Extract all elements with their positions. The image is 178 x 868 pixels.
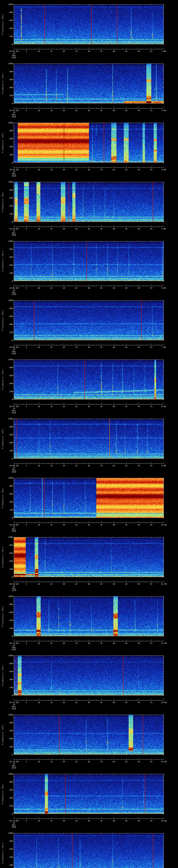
x-tick-label: 15 [48, 701, 55, 704]
x-tick-label: 30 [85, 465, 92, 467]
x-tick-label: 30 [85, 701, 92, 704]
x-tick-label: 15 [48, 346, 55, 348]
x-tick-label: 35 [98, 642, 105, 644]
spectrogram-panel: Frequency (Hz) 0200400600800100051015202… [0, 710, 178, 770]
y-tick-label: 800 [5, 130, 13, 132]
x-tick-label: 55 [148, 642, 155, 644]
y-tick-label: 200 [5, 450, 13, 452]
x-tick-label: 5 [23, 346, 30, 348]
x-tick-label: 50 [135, 405, 142, 408]
spectrogram-panel: Frequency (Hz) 0200400600800100051015202… [0, 0, 178, 59]
x-tick-label: 55 [148, 346, 155, 348]
x-tick-label: 55 [148, 50, 155, 53]
x-tick-label: 45 [123, 287, 130, 289]
y-tick-label: 200 [5, 391, 13, 393]
x-tick-label: 55 [148, 405, 155, 408]
x-tick-label: 20 [60, 465, 67, 467]
x-tick-label: 15 [48, 287, 55, 289]
y-tick-label: 400 [5, 619, 13, 621]
x-tick-label: 35 [98, 168, 105, 171]
x-tick-label: 45 [123, 820, 130, 822]
y-tick-label: 400 [5, 678, 13, 681]
y-tick-label: 1000 [5, 714, 13, 716]
x-tick-label: 5 [23, 50, 30, 53]
y-tick-label: 600 [5, 848, 13, 850]
x-tick-label: 15 [48, 583, 55, 585]
x-axis-end-time: 11:00 [158, 583, 169, 585]
x-tick-label: 25 [73, 583, 80, 585]
x-axis-date-line: 2016 [5, 767, 22, 769]
spectrogram-panel: Frequency (Hz) 0200400600800100051015202… [0, 592, 178, 651]
x-tick-label: 45 [123, 228, 130, 230]
x-tick-label: 30 [85, 524, 92, 526]
x-tick-label: 50 [135, 642, 142, 644]
x-axis-end-time: 14:00 [158, 761, 169, 763]
x-tick-label: 10 [35, 465, 42, 467]
y-tick-label: 600 [5, 493, 13, 495]
y-tick-label: 200 [5, 686, 13, 689]
y-tick-label: 800 [5, 722, 13, 724]
y-tick-label: 200 [5, 94, 13, 97]
x-axis-end-time: 5:00 [158, 228, 169, 230]
y-tick-label: 200 [5, 272, 13, 274]
x-tick-label: 10 [35, 583, 42, 585]
x-tick-label: 35 [98, 346, 105, 348]
x-tick-label: 15 [48, 465, 55, 467]
spectrogram-panel: Frequency (Hz) 0200400600800100051015202… [0, 473, 178, 533]
x-tick-label: 55 [148, 524, 155, 526]
x-tick-label: 55 [148, 228, 155, 230]
x-tick-label: 35 [98, 110, 105, 112]
y-axis-label: Frequency (Hz) [1, 4, 4, 44]
x-tick-label: 45 [123, 524, 130, 526]
x-tick-label: 30 [85, 642, 92, 644]
y-tick-label: 600 [5, 138, 13, 140]
y-axis-label: Frequency (Hz) [1, 655, 4, 695]
y-axis-label: Frequency (Hz) [1, 300, 4, 340]
x-tick-label: 40 [110, 524, 117, 526]
y-tick-label: 600 [5, 374, 13, 377]
x-tick-label: 20 [60, 228, 67, 230]
x-tick-label: 40 [110, 228, 117, 230]
x-axis-date-line: 2016 [5, 589, 22, 591]
y-tick-label: 400 [5, 264, 13, 266]
x-tick-label: 45 [123, 583, 130, 585]
x-tick-label: 25 [73, 50, 80, 53]
y-axis-label: Frequency (Hz) [1, 419, 4, 459]
x-tick-label: 55 [148, 701, 155, 704]
y-axis-label: Frequency (Hz) [1, 182, 4, 222]
x-tick-label: 10 [35, 168, 42, 171]
x-tick-label: 40 [110, 642, 117, 644]
x-tick-label: 10 [35, 524, 42, 526]
x-axis-end-time: 9:00 [158, 465, 169, 467]
x-axis-date-line: 2016 [5, 116, 22, 118]
x-tick-label: 25 [73, 465, 80, 467]
x-tick-label: 30 [85, 110, 92, 112]
spectrogram-panel: Frequency (Hz) 0200400600800100051015202… [0, 118, 178, 178]
y-tick-label: 0 [5, 221, 13, 223]
x-tick-label: 50 [135, 287, 142, 289]
y-tick-label: 200 [5, 35, 13, 37]
x-tick-label: 25 [73, 168, 80, 171]
y-tick-label: 600 [5, 730, 13, 732]
y-axis-label: Frequency (Hz) [1, 833, 4, 868]
y-tick-label: 0 [5, 517, 13, 519]
x-tick-label: 55 [148, 168, 155, 171]
y-tick-label: 400 [5, 87, 13, 89]
x-axis-end-time: 15:00 [158, 820, 169, 822]
y-tick-label: 800 [5, 603, 13, 606]
x-tick-label: 40 [110, 701, 117, 704]
y-tick-label: 600 [5, 611, 13, 614]
x-tick-label: 40 [110, 820, 117, 822]
x-tick-label: 5 [23, 701, 30, 704]
x-tick-label: 25 [73, 110, 80, 112]
x-axis-date-line: 2016 [5, 56, 22, 59]
y-axis-label: Frequency (Hz) [1, 241, 4, 281]
y-tick-label: 0 [5, 813, 13, 815]
y-axis-label: Frequency (Hz) [1, 537, 4, 577]
x-axis-end-time: 7:00 [158, 346, 169, 348]
x-tick-label: 35 [98, 701, 105, 704]
x-tick-label: 45 [123, 701, 130, 704]
x-tick-label: 35 [98, 583, 105, 585]
x-axis-end-time: 4:00 [158, 168, 169, 171]
x-tick-label: 50 [135, 583, 142, 585]
